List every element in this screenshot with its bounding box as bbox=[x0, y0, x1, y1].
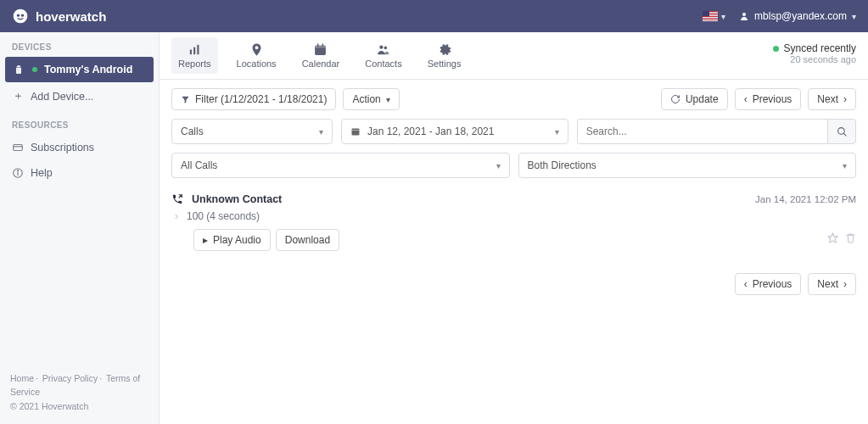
sidebar-item-help[interactable]: Help bbox=[0, 160, 159, 186]
direction-value: Both Directions bbox=[528, 159, 596, 171]
search-input[interactable] bbox=[586, 126, 819, 137]
play-icon: ▸ bbox=[203, 234, 208, 246]
topbar: hoverwatch ▾ mblsp@yandex.com ▾ bbox=[0, 0, 868, 32]
tab-contacts-label: Contacts bbox=[365, 59, 401, 69]
svg-rect-17 bbox=[190, 50, 192, 55]
caret-down-icon: ▾ bbox=[386, 95, 390, 104]
sidebar-item-device[interactable]: Tommy's Android bbox=[5, 57, 154, 82]
user-email: mblsp@yandex.com bbox=[754, 10, 847, 22]
filterbar: Filter (1/12/2021 - 1/18/2021) Action ▾ … bbox=[160, 80, 868, 119]
previous-button-bottom[interactable]: ‹ Previous bbox=[735, 273, 802, 295]
svg-point-25 bbox=[384, 47, 388, 50]
next-button-top[interactable]: Next › bbox=[808, 88, 856, 110]
date-range-picker[interactable]: Jan 12, 2021 - Jan 18, 2021 ▾ bbox=[341, 119, 568, 144]
brand[interactable]: hoverwatch bbox=[12, 8, 106, 25]
resources-section-label: RESOURCES bbox=[0, 110, 159, 135]
play-audio-button[interactable]: ▸ Play Audio bbox=[193, 229, 271, 251]
pager: ‹ Previous Next › bbox=[160, 259, 868, 309]
user-menu[interactable]: mblsp@yandex.com ▾ bbox=[739, 10, 856, 22]
type-select[interactable]: Calls ▾ bbox=[171, 119, 333, 144]
previous-label: Previous bbox=[753, 93, 792, 105]
card-icon bbox=[12, 142, 24, 153]
footer-copyright: © 2021 Hoverwatch bbox=[10, 399, 148, 414]
subscriptions-label: Subscriptions bbox=[31, 142, 94, 153]
svg-line-29 bbox=[843, 133, 846, 136]
gear-icon bbox=[437, 42, 451, 57]
search-field bbox=[577, 119, 856, 144]
tab-calendar[interactable]: Calendar bbox=[295, 37, 347, 74]
record-timestamp: Jan 14, 2021 12:02 PM bbox=[755, 194, 856, 204]
filter-button[interactable]: Filter (1/12/2021 - 1/18/2021) bbox=[171, 88, 336, 110]
filter-label: Filter (1/12/2021 - 1/18/2021) bbox=[195, 93, 327, 105]
sidebar: DEVICES Tommy's Android ＋ Add Device... … bbox=[0, 32, 160, 424]
svg-rect-8 bbox=[703, 19, 718, 20]
chevron-left-icon: ‹ bbox=[744, 278, 748, 290]
sync-status: Synced recently 20 seconds ago bbox=[773, 37, 856, 64]
chevron-down-icon: ▾ bbox=[319, 127, 323, 137]
svg-point-2 bbox=[21, 14, 24, 17]
tab-settings[interactable]: Settings bbox=[421, 37, 468, 74]
star-icon[interactable] bbox=[827, 232, 838, 243]
next-label: Next bbox=[817, 278, 838, 290]
action-button[interactable]: Action ▾ bbox=[343, 88, 399, 110]
tab-contacts[interactable]: Contacts bbox=[358, 37, 408, 74]
chevron-left-icon: ‹ bbox=[744, 93, 748, 105]
flag-us-icon bbox=[703, 11, 718, 21]
next-button-bottom[interactable]: Next › bbox=[808, 273, 856, 295]
chevron-right-icon[interactable]: › bbox=[175, 210, 178, 222]
update-button[interactable]: Update bbox=[661, 88, 728, 110]
svg-marker-30 bbox=[828, 233, 837, 243]
record-subtitle: 100 (4 seconds) bbox=[187, 210, 260, 222]
trash-icon[interactable] bbox=[845, 232, 856, 243]
search-button[interactable] bbox=[827, 119, 856, 144]
device-name: Tommy's Android bbox=[44, 64, 132, 75]
download-label: Download bbox=[285, 234, 330, 246]
tab-locations[interactable]: Locations bbox=[230, 37, 283, 74]
update-label: Update bbox=[686, 93, 719, 105]
record-title: Unknown Contact bbox=[192, 193, 282, 205]
svg-point-24 bbox=[380, 46, 384, 49]
footer-privacy-link[interactable]: Privacy Policy bbox=[42, 373, 98, 383]
language-selector[interactable]: ▾ bbox=[703, 11, 725, 21]
filters-row-1: Calls ▾ Jan 12, 2021 - Jan 18, 2021 ▾ bbox=[160, 119, 868, 153]
sidebar-item-subscriptions[interactable]: Subscriptions bbox=[0, 135, 159, 160]
devices-section-label: DEVICES bbox=[0, 32, 159, 57]
sidebar-item-add-device[interactable]: ＋ Add Device... bbox=[0, 82, 159, 110]
type-select-value: Calls bbox=[181, 126, 204, 137]
svg-rect-26 bbox=[352, 129, 360, 136]
svg-rect-9 bbox=[703, 20, 718, 21]
svg-point-0 bbox=[14, 9, 28, 24]
call-filter-select[interactable]: All Calls ▾ bbox=[171, 153, 510, 178]
chevron-right-icon: › bbox=[843, 93, 847, 105]
direction-select[interactable]: Both Directions ▾ bbox=[518, 153, 857, 178]
contacts-icon bbox=[376, 42, 390, 57]
search-icon bbox=[837, 126, 848, 137]
previous-button-top[interactable]: ‹ Previous bbox=[735, 88, 802, 110]
svg-rect-10 bbox=[703, 11, 709, 16]
action-label: Action bbox=[352, 93, 380, 105]
brand-logo-icon bbox=[12, 8, 29, 25]
date-range-value: Jan 12, 2021 - Jan 18, 2021 bbox=[367, 126, 494, 137]
tab-settings-label: Settings bbox=[428, 59, 462, 69]
add-device-label: Add Device... bbox=[31, 91, 93, 103]
brand-name: hoverwatch bbox=[36, 9, 106, 24]
status-dot-online bbox=[32, 67, 37, 72]
main: Reports Locations Calendar bbox=[160, 32, 868, 424]
chevron-down-icon: ▾ bbox=[496, 161, 501, 170]
chevron-down-icon: ▾ bbox=[843, 161, 847, 170]
refresh-icon bbox=[670, 94, 680, 104]
download-button[interactable]: Download bbox=[276, 229, 339, 251]
footer-home-link[interactable]: Home bbox=[10, 373, 34, 383]
tab-reports[interactable]: Reports bbox=[171, 37, 218, 74]
tab-calendar-label: Calendar bbox=[302, 59, 340, 69]
svg-point-16 bbox=[17, 170, 18, 171]
calendar-icon bbox=[313, 42, 328, 57]
funnel-icon bbox=[181, 95, 190, 104]
next-label: Next bbox=[817, 93, 838, 105]
plus-icon: ＋ bbox=[12, 89, 24, 103]
caret-down-icon: ▾ bbox=[555, 127, 559, 137]
svg-rect-18 bbox=[193, 47, 195, 54]
play-audio-label: Play Audio bbox=[213, 234, 261, 246]
bar-chart-icon bbox=[188, 42, 202, 57]
tab-reports-label: Reports bbox=[178, 59, 211, 69]
